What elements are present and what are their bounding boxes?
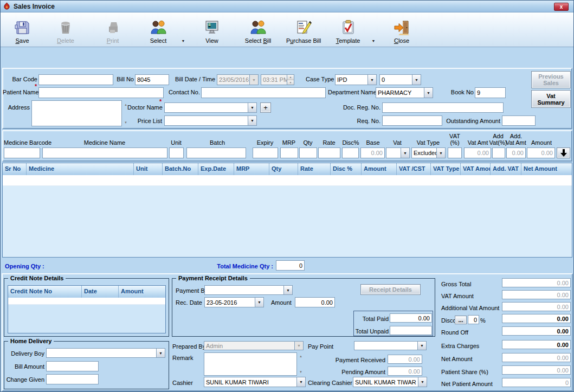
qty-label: Qty bbox=[298, 139, 318, 146]
discount-input[interactable] bbox=[502, 314, 571, 323]
discount-pct-suffix: % bbox=[480, 317, 486, 324]
chevron-down-icon[interactable]: ▼ bbox=[156, 349, 165, 357]
pay-point-combo[interactable]: ▼ bbox=[354, 341, 427, 350]
chevron-down-icon[interactable]: ▼ bbox=[255, 298, 263, 307]
rec-date-combo[interactable]: 23-05-2016▼ bbox=[204, 297, 264, 307]
patient-name-input[interactable] bbox=[38, 87, 164, 98]
delivery-boy-label: Delivery Boy bbox=[7, 350, 44, 357]
purchase-bill-button[interactable]: Purchase Bill bbox=[282, 14, 325, 45]
vat-pct-input[interactable] bbox=[448, 147, 462, 158]
case-subtype-combo[interactable]: 0▼ bbox=[379, 74, 421, 85]
chevron-down-icon: ▼ bbox=[294, 342, 303, 350]
col-vat-type: VAT Type bbox=[431, 163, 461, 175]
credit-note-group: Credit Note Details Credit Note No Date … bbox=[4, 278, 169, 337]
select-button[interactable]: Select bbox=[142, 14, 175, 45]
close-button[interactable]: Close bbox=[385, 14, 418, 45]
scroll-up-icon[interactable]: ▲ bbox=[299, 355, 302, 358]
chevron-down-icon[interactable]: ▼ bbox=[248, 116, 256, 125]
col-medicine: Medicine bbox=[27, 163, 134, 175]
scroll-down-icon[interactable]: ▼ bbox=[299, 370, 302, 374]
select-dropdown-arrow-icon[interactable]: ▼ bbox=[179, 38, 187, 44]
purchase-bill-label: Purchase Bill bbox=[286, 37, 321, 44]
add-doctor-button[interactable]: + bbox=[260, 102, 271, 113]
extra-charges-input[interactable] bbox=[502, 340, 571, 349]
vat-summary-button[interactable]: VatSummary bbox=[531, 90, 571, 108]
chevron-down-icon[interactable]: ▼ bbox=[436, 148, 445, 158]
template-button[interactable]: Template bbox=[330, 14, 366, 45]
doctor-name-combo[interactable]: ▼ bbox=[164, 102, 257, 113]
chevron-down-icon[interactable]: ▼ bbox=[412, 75, 421, 85]
expiry-input[interactable] bbox=[253, 147, 278, 158]
cashier-label: Cashier bbox=[172, 380, 193, 386]
price-list-combo[interactable]: ▼ bbox=[164, 115, 257, 126]
chevron-down-icon[interactable]: ▼ bbox=[417, 342, 426, 350]
total-unpaid-input[interactable] bbox=[390, 326, 432, 335]
view-button[interactable]: View bbox=[196, 14, 228, 45]
bill-no-input[interactable] bbox=[135, 74, 169, 85]
chevron-down-icon[interactable]: ▼ bbox=[296, 377, 305, 387]
batch-input[interactable] bbox=[186, 147, 246, 158]
medicine-barcode-input[interactable] bbox=[4, 147, 40, 158]
close-window-button[interactable]: x bbox=[554, 3, 569, 11]
contact-no-input[interactable] bbox=[201, 87, 326, 98]
unit-label: Unit bbox=[165, 139, 187, 146]
req-no-input[interactable] bbox=[382, 115, 442, 126]
address-textarea[interactable] bbox=[31, 100, 122, 126]
payment-received-input bbox=[388, 355, 422, 364]
total-paid-input[interactable] bbox=[390, 313, 432, 323]
payment-amount-input[interactable] bbox=[295, 297, 335, 307]
payment-amount-label: Amount bbox=[271, 299, 292, 306]
add-vat-amt-label: Add.Vat Amt bbox=[505, 133, 527, 146]
save-button[interactable]: Save bbox=[7, 14, 37, 45]
mrp-input[interactable] bbox=[280, 147, 298, 158]
net-patient-amount-input bbox=[502, 378, 571, 387]
col-mrp: MRP bbox=[234, 163, 269, 175]
paid-unpaid-box: Total Paid Total Unpaid bbox=[353, 311, 433, 336]
delivery-boy-combo[interactable]: ▼ bbox=[46, 348, 165, 358]
vat-type-label: Vat Type bbox=[411, 139, 445, 146]
receipt-details-button: Receipt Details bbox=[360, 284, 421, 295]
rate-label: Rate bbox=[317, 139, 341, 146]
chevron-down-icon[interactable]: ▼ bbox=[401, 148, 409, 158]
round-off-input[interactable] bbox=[502, 326, 571, 336]
vat-combo[interactable]: ▼ bbox=[386, 147, 410, 158]
unit-input[interactable] bbox=[169, 147, 184, 158]
save-label: Save bbox=[15, 37, 29, 44]
clearing-cashier-combo[interactable]: SUNIL KUMAR TIWAR▼ bbox=[353, 377, 427, 387]
chevron-down-icon[interactable]: ▼ bbox=[367, 75, 376, 85]
doc-reg-no-input[interactable] bbox=[382, 102, 504, 113]
template-dropdown-arrow-icon[interactable]: ▼ bbox=[370, 38, 377, 44]
add-vat-pct-input[interactable] bbox=[492, 147, 505, 158]
chevron-down-icon: ▼ bbox=[249, 75, 258, 85]
medicine-name-input[interactable] bbox=[42, 147, 167, 158]
remark-textarea[interactable] bbox=[204, 352, 297, 376]
discount-pct-input[interactable] bbox=[468, 315, 479, 324]
view-monitor-icon bbox=[203, 18, 221, 37]
chevron-down-icon[interactable]: ▼ bbox=[248, 103, 256, 112]
rate-input[interactable] bbox=[318, 147, 340, 158]
col-net-amount: Net Amount bbox=[521, 163, 572, 175]
delete-button: Delete bbox=[50, 14, 81, 45]
book-no-input[interactable] bbox=[475, 87, 506, 98]
change-given-input[interactable] bbox=[46, 374, 99, 384]
total-medicine-qty-input[interactable] bbox=[276, 260, 305, 271]
outstanding-amount-input[interactable] bbox=[502, 115, 536, 126]
payment-by-combo[interactable]: ▼ bbox=[204, 285, 293, 295]
chevron-down-icon[interactable]: ▼ bbox=[283, 286, 292, 294]
add-row-button[interactable] bbox=[557, 147, 570, 158]
patient-share-input bbox=[502, 365, 571, 375]
qty-input[interactable] bbox=[299, 147, 317, 158]
discount-options-button[interactable]: ... bbox=[455, 316, 467, 324]
case-type-combo[interactable]: IPD▼ bbox=[335, 74, 377, 85]
chevron-down-icon[interactable]: ▼ bbox=[424, 88, 433, 98]
col-unit: Unit bbox=[134, 163, 163, 175]
select-bill-button[interactable]: Select Bill bbox=[240, 14, 276, 45]
department-combo[interactable]: PHARMACY▼ bbox=[376, 87, 433, 98]
bar-code-input[interactable] bbox=[38, 74, 113, 85]
col-exp-date: Exp.Date bbox=[198, 163, 234, 175]
chevron-down-icon[interactable]: ▼ bbox=[418, 377, 427, 387]
bill-amount-input[interactable] bbox=[46, 361, 99, 371]
cashier-combo[interactable]: SUNIL KUMAR TIWARI▼ bbox=[204, 377, 306, 387]
disc-input[interactable] bbox=[342, 147, 359, 158]
vat-type-combo[interactable]: Excluded▼ bbox=[411, 147, 446, 158]
